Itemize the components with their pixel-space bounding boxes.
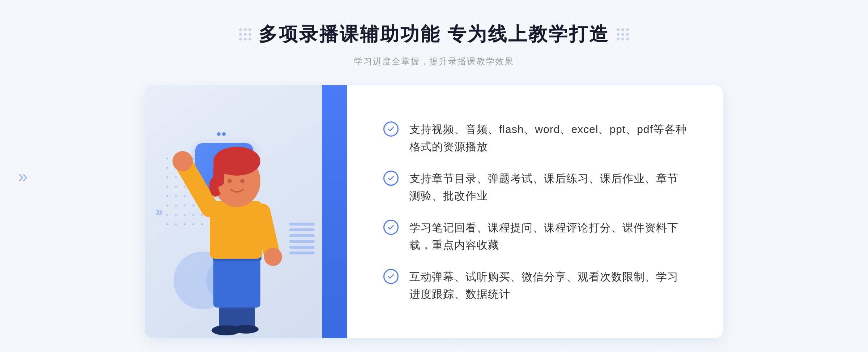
check-icon-2 — [383, 171, 399, 186]
feature-item-4: 互动弹幕、试听购买、微信分享、观看次数限制、学习进度跟踪、数据统计 — [383, 268, 687, 303]
feature-text-4: 互动弹幕、试听购买、微信分享、观看次数限制、学习进度跟踪、数据统计 — [409, 268, 687, 303]
page-subtitle: 学习进度全掌握，提升录播课教学效果 — [354, 56, 514, 67]
header-section: 多项录播课辅助功能 专为线上教学打造 学习进度全掌握，提升录播课教学效果 — [239, 22, 629, 67]
svg-point-3 — [233, 325, 259, 334]
title-decoration-right — [617, 28, 629, 40]
feature-item-3: 学习笔记回看、课程提问、课程评论打分、课件资料下载，重点内容收藏 — [383, 219, 687, 254]
page-title: 多项录播课辅助功能 专为线上教学打造 — [259, 22, 609, 47]
features-panel: 支持视频、音频、flash、word、excel、ppt、pdf等各种格式的资源… — [347, 85, 723, 338]
feature-text-3: 学习笔记回看、课程提问、课程评论打分、课件资料下载，重点内容收藏 — [409, 219, 687, 254]
svg-point-15 — [227, 179, 232, 183]
illustration-panel: » — [145, 85, 347, 338]
feature-text-2: 支持章节目录、弹题考试、课后练习、课后作业、章节测验、批改作业 — [409, 170, 687, 205]
page-wrapper: 多项录播课辅助功能 专为线上教学打造 学习进度全掌握，提升录播课教学效果 — [0, 0, 868, 352]
page-chevron-icon: » — [18, 166, 28, 186]
check-icon-3 — [383, 220, 399, 235]
svg-line-7 — [184, 165, 210, 208]
feature-item-2: 支持章节目录、弹题考试、课后练习、课后作业、章节测验、批改作业 — [383, 170, 687, 205]
blue-accent-bar — [322, 85, 347, 338]
svg-point-16 — [240, 179, 244, 183]
title-row: 多项录播课辅助功能 专为线上教学打造 — [239, 22, 629, 47]
feature-text-1: 支持视频、音频、flash、word、excel、ppt、pdf等各种格式的资源… — [409, 121, 687, 155]
feature-item-1: 支持视频、音频、flash、word、excel、ppt、pdf等各种格式的资源… — [383, 121, 687, 155]
svg-rect-4 — [213, 255, 260, 308]
title-decoration-left — [239, 28, 251, 40]
check-icon-1 — [383, 121, 399, 137]
human-figure — [163, 129, 300, 338]
check-icon-4 — [383, 269, 399, 284]
content-card: » 支持视频、音频、flash、word、excel、ppt、pdf等各种格式的… — [145, 85, 723, 338]
svg-point-8 — [173, 151, 193, 171]
svg-line-9 — [262, 212, 271, 252]
chevron-left-icon: » — [156, 204, 163, 219]
svg-point-10 — [264, 248, 282, 266]
